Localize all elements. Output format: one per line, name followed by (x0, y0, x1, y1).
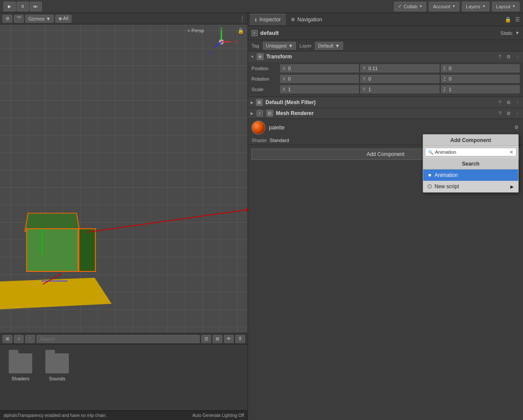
gizmos-arrow: ▼ (46, 16, 51, 21)
folder-sounds-icon (45, 353, 69, 373)
rotation-x-field[interactable]: X 0 (280, 75, 359, 83)
position-row: Position X 0 Y 0.11 Z (251, 64, 520, 73)
all-button[interactable]: ◈ All (55, 15, 71, 23)
scale-row: Scale X 1 Y 1 Z (251, 85, 520, 94)
project-filter-icon[interactable]: ⊞ (213, 335, 222, 343)
add-component-dropdown: Add Component 🔍 Animation ✕ Search Anima… (423, 134, 519, 193)
scale-z-field[interactable]: Z 1 (441, 85, 520, 93)
layers-dropdown-arrow: ▼ (482, 4, 486, 8)
scale-y-field[interactable]: Y 1 (360, 85, 439, 93)
shader-value: Standard (269, 138, 289, 143)
collab-button[interactable]: ✓ Collab ▼ (394, 2, 426, 11)
mesh-filter-help-btn[interactable]: ? (497, 99, 503, 105)
mesh-renderer-settings-btn[interactable]: ⚙ (506, 110, 512, 116)
scene-tool-camera[interactable]: 🎬 (14, 15, 24, 23)
scene-settings-button[interactable]: ⋮ (240, 16, 245, 22)
material-row: palette ⚙ (248, 119, 523, 136)
dropdown-item-new-script[interactable]: New script ▶ (423, 181, 518, 192)
mesh-renderer-menu-btn[interactable]: ⋮ (514, 110, 520, 116)
rotation-y-field[interactable]: Y 0 (360, 75, 439, 83)
play-button[interactable]: ▶ (3, 2, 16, 11)
transform-header[interactable]: ▼ ⊕ Transform ? ⚙ ⋮ (248, 51, 523, 62)
project-num-icon[interactable]: 8 (235, 335, 245, 343)
mesh-renderer-header[interactable]: ▶ ✓ ⊡ Mesh Renderer ? ⚙ ⋮ (248, 108, 523, 119)
static-dropdown-arrow[interactable]: ▼ (515, 30, 520, 35)
scene-toolbar: ⚙ 🎬 Gizmos ▼ ◈ All ⋮ (0, 13, 248, 24)
material-settings-btn[interactable]: ⚙ (513, 125, 520, 131)
object-active-checkbox[interactable]: ✓ (251, 30, 258, 36)
lock-icon: 🔒 (238, 28, 244, 34)
layer-dropdown[interactable]: Default ▼ (315, 42, 343, 50)
mesh-renderer-icon: ⊡ (266, 110, 273, 117)
project-star-icon[interactable]: ☆ (14, 335, 24, 343)
play-controls: ▶ ⏸ ⏭ (3, 2, 42, 11)
status-right-text: Auto Generate Lighting Off (192, 413, 244, 418)
account-button[interactable]: Account ▼ (429, 2, 459, 11)
dropdown-item-animation[interactable]: Animation (423, 169, 518, 181)
search-separator: Search (423, 158, 518, 169)
rotation-fields: X 0 Y 0 Z 0 (280, 75, 520, 83)
dropdown-search-row: 🔍 Animation ✕ (423, 146, 518, 158)
project-eye-icon[interactable]: 👁 (224, 335, 234, 343)
new-script-radio (428, 184, 432, 189)
pointer-arrowhead (246, 207, 248, 212)
rotation-row: Rotation X 0 Y 0 Z (251, 74, 520, 84)
scene-canvas[interactable]: X Y Z < Persp 🔒 (0, 24, 248, 333)
folder-sounds-label: Sounds (49, 376, 65, 381)
inspector-menu-icon[interactable]: ☰ (513, 16, 521, 24)
layer-dropdown-arrow: ▼ (335, 43, 340, 48)
position-x-field[interactable]: X 0 (280, 64, 359, 72)
mesh-filter-menu-btn[interactable]: ⋮ (514, 99, 520, 105)
inspector-body: ✓ default Static ▼ Tag Untagged ▼ Layer … (248, 26, 523, 420)
step-button[interactable]: ⏭ (30, 2, 42, 11)
axis-y-arrow (221, 30, 222, 40)
animation-radio (428, 173, 432, 177)
mesh-renderer-checkbox[interactable]: ✓ (257, 110, 263, 116)
mesh-renderer-help-btn[interactable]: ? (497, 110, 503, 116)
rotation-z-field[interactable]: Z 0 (441, 75, 520, 83)
tag-dropdown[interactable]: Untagged ▼ (263, 42, 296, 50)
mesh-filter-settings-btn[interactable]: ⚙ (506, 99, 512, 105)
tab-navigation[interactable]: ⊞ Navigation (286, 14, 327, 25)
position-z-field[interactable]: Z 0 (441, 64, 520, 72)
scene-panel: ⚙ 🎬 Gizmos ▼ ◈ All ⋮ (0, 13, 248, 420)
mesh-filter-expand-arrow: ▶ (251, 101, 253, 105)
y-axis-arrow (41, 228, 42, 254)
transform-menu-btn[interactable]: ⋮ (514, 54, 520, 60)
mesh-filter-icon: ⊞ (256, 99, 263, 106)
search-input-text[interactable]: Animation (435, 149, 456, 155)
main-layout: ⚙ 🎬 Gizmos ▼ ◈ All ⋮ (0, 13, 523, 420)
transform-settings-btn[interactable]: ⚙ (506, 54, 512, 60)
project-expand-icon[interactable]: ⊞ (3, 335, 12, 343)
layers-button[interactable]: Layers ▼ (462, 2, 489, 11)
folder-shaders[interactable]: Shaders (9, 353, 32, 381)
project-search-input[interactable] (37, 335, 200, 343)
transform-fields: Position X 0 Y 0.11 Z (248, 62, 523, 97)
mesh-renderer-title: Mesh Renderer (276, 110, 494, 116)
layout-button[interactable]: Layout ▼ (492, 2, 520, 11)
mesh-filter-header[interactable]: ▶ ⊞ Default (Mesh Filter) ? ⚙ ⋮ (248, 97, 523, 108)
inspector-tab-icon: ℹ (255, 17, 257, 22)
inspector-panel: ℹ Inspector ⊞ Navigation 🔒 ☰ ✓ default S… (248, 13, 523, 420)
axis-gizmo: X Y Z (208, 29, 234, 55)
scale-x-field[interactable]: X 1 (280, 85, 359, 93)
collab-check-icon: ✓ (398, 3, 402, 9)
mesh-renderer-expand-arrow: ▶ (251, 112, 253, 115)
position-y-field[interactable]: Y 0.11 (360, 64, 439, 72)
pause-button[interactable]: ⏸ (17, 2, 29, 11)
scene-tool-wrench[interactable]: ⚙ (3, 15, 12, 23)
layer-label: Layer (299, 43, 312, 48)
project-view-icon[interactable]: ☰ (201, 335, 211, 343)
folder-sounds[interactable]: Sounds (45, 353, 69, 381)
axis-x-arrow (221, 41, 231, 43)
inspector-lock-icon[interactable]: 🔒 (504, 16, 512, 24)
static-label: Static (501, 30, 513, 36)
gizmos-button[interactable]: Gizmos ▼ (25, 15, 54, 23)
transform-help-btn[interactable]: ? (497, 54, 503, 60)
scale-fields: X 1 Y 1 Z 1 (280, 85, 520, 93)
tab-inspector[interactable]: ℹ Inspector (250, 14, 286, 25)
rotation-label: Rotation (251, 76, 278, 81)
project-settings-icon[interactable]: ⋮ (25, 335, 35, 343)
scale-label: Scale (251, 87, 278, 92)
search-clear-button[interactable]: ✕ (509, 149, 513, 155)
